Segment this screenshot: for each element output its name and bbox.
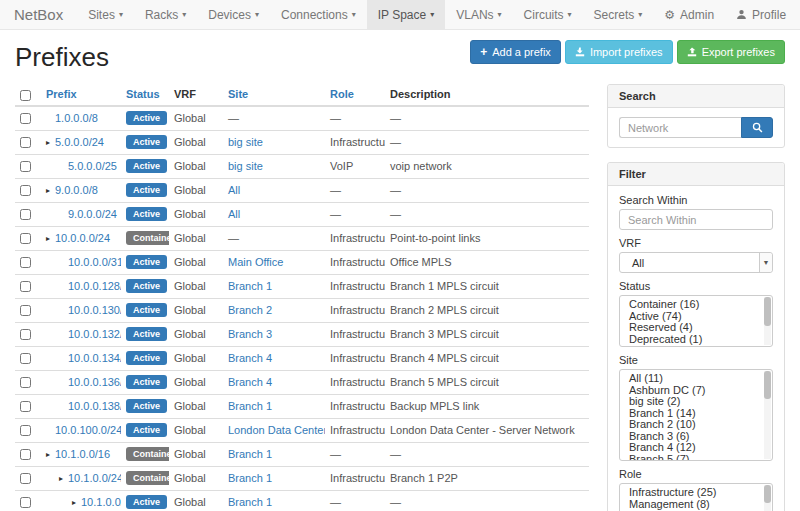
prefix-link[interactable]: 9.0.0.0/8 <box>55 184 98 196</box>
col-role[interactable]: Role <box>325 84 385 106</box>
role-filter-list[interactable]: Infrastructure (25)Management (8)Private… <box>619 483 773 511</box>
nav-item-vlans[interactable]: VLANs ▾ <box>445 0 512 29</box>
list-option[interactable]: Infrastructure (25) <box>620 487 772 499</box>
row-checkbox[interactable] <box>20 401 31 412</box>
row-checkbox[interactable] <box>20 425 31 436</box>
list-option[interactable]: Ashburn DC (7) <box>620 385 772 397</box>
col-prefix[interactable]: Prefix <box>41 84 121 106</box>
site-link[interactable]: Branch 1 <box>228 280 272 292</box>
site-link[interactable]: Branch 2 <box>228 304 272 316</box>
site-filter-list[interactable]: All (11)Ashburn DC (7)big site (2)Branch… <box>619 369 773 461</box>
site-link[interactable]: Branch 1 <box>228 400 272 412</box>
prefix-link[interactable]: 10.1.0.0/16 <box>55 448 110 460</box>
col-site[interactable]: Site <box>223 84 325 106</box>
site-link[interactable]: Branch 1 <box>228 448 272 460</box>
scrollbar-track[interactable] <box>764 485 771 511</box>
site-link[interactable]: All <box>228 208 240 220</box>
list-option[interactable]: Reserved (4) <box>620 322 772 334</box>
search-button[interactable] <box>741 117 773 138</box>
vrf-cell: Global <box>169 346 223 370</box>
prefix-link[interactable]: 5.0.0.0/25 <box>68 160 117 172</box>
list-option[interactable]: All (11) <box>620 373 772 385</box>
row-checkbox[interactable] <box>20 377 31 388</box>
list-option[interactable]: Container (16) <box>620 299 772 311</box>
prefix-link[interactable]: 10.1.0.0/25 <box>81 496 121 508</box>
search-within-input[interactable] <box>619 209 773 230</box>
list-option[interactable]: Management (8) <box>620 499 772 511</box>
site-link[interactable]: Branch 4 <box>228 352 272 364</box>
row-checkbox[interactable] <box>20 473 31 484</box>
indent-spacer <box>46 262 59 263</box>
search-input[interactable] <box>619 117 741 138</box>
status-filter-list[interactable]: Container (16)Active (74)Reserved (4)Dep… <box>619 295 773 347</box>
site-link[interactable]: big site <box>228 160 263 172</box>
row-checkbox[interactable] <box>20 209 31 220</box>
scrollbar-thumb[interactable] <box>764 371 771 399</box>
row-checkbox[interactable] <box>20 305 31 316</box>
import-prefixes-button[interactable]: Import prefixes <box>565 40 673 64</box>
prefix-link[interactable]: 1.0.0.0/8 <box>55 112 98 124</box>
prefix-link[interactable]: 10.0.0.0/31 <box>68 256 121 268</box>
site-link[interactable]: All <box>228 184 240 196</box>
site-link[interactable]: big site <box>228 136 263 148</box>
nav-item-racks[interactable]: Racks ▾ <box>134 0 197 29</box>
prefix-link[interactable]: 10.1.0.0/24 <box>68 472 121 484</box>
row-checkbox[interactable] <box>20 257 31 268</box>
row-checkbox[interactable] <box>20 329 31 340</box>
nav-profile[interactable]: Profile <box>725 0 797 29</box>
site-link[interactable]: Branch 1 <box>228 496 272 508</box>
prefix-link[interactable]: 10.0.0.138/31 <box>68 400 121 412</box>
scrollbar-track[interactable] <box>764 297 771 345</box>
list-option[interactable]: Active (74) <box>620 311 772 323</box>
prefix-link[interactable]: 10.0.0.134/31 <box>68 352 121 364</box>
list-option[interactable]: Branch 3 (6) <box>620 431 772 443</box>
prefix-link[interactable]: 10.0.0.0/24 <box>55 232 110 244</box>
nav-item-secrets[interactable]: Secrets ▾ <box>583 0 654 29</box>
list-option[interactable]: Branch 5 (7) <box>620 454 772 462</box>
site-link[interactable]: Branch 4 <box>228 376 272 388</box>
row-checkbox[interactable] <box>20 113 31 124</box>
nav-item-connections[interactable]: Connections ▾ <box>270 0 367 29</box>
vrf-select[interactable]: All ▼ <box>619 252 773 273</box>
add-prefix-button[interactable]: + Add a prefix <box>470 40 561 64</box>
nav-item-ip-space[interactable]: IP Space ▾ <box>367 0 446 29</box>
list-option[interactable]: Branch 4 (12) <box>620 442 772 454</box>
row-checkbox[interactable] <box>20 497 31 508</box>
site-link[interactable]: Main Office <box>228 256 283 268</box>
row-checkbox[interactable] <box>20 281 31 292</box>
list-option[interactable]: big site (2) <box>620 396 772 408</box>
import-prefixes-label: Import prefixes <box>590 46 663 58</box>
prefix-link[interactable]: 5.0.0.0/24 <box>55 136 104 148</box>
select-all-checkbox[interactable] <box>20 90 31 101</box>
row-checkbox[interactable] <box>20 353 31 364</box>
row-checkbox[interactable] <box>20 449 31 460</box>
row-checkbox[interactable] <box>20 137 31 148</box>
nav-item-sites[interactable]: Sites ▾ <box>77 0 134 29</box>
prefix-link[interactable]: 10.0.0.128/31 <box>68 280 121 292</box>
prefix-link[interactable]: 10.0.0.130/31 <box>68 304 121 316</box>
prefix-link[interactable]: 10.0.0.136/31 <box>68 376 121 388</box>
list-option[interactable]: Deprecated (1) <box>620 334 772 346</box>
prefix-link[interactable]: 10.0.100.0/24 <box>55 424 121 436</box>
row-checkbox[interactable] <box>20 161 31 172</box>
col-status[interactable]: Status <box>121 84 169 106</box>
scrollbar-track[interactable] <box>764 371 771 459</box>
prefix-link[interactable]: 10.0.0.132/31 <box>68 328 121 340</box>
nav-right: ⚙ Admin Profile Log out <box>653 0 800 29</box>
row-checkbox[interactable] <box>20 185 31 196</box>
scrollbar-thumb[interactable] <box>764 485 771 503</box>
prefix-link[interactable]: 9.0.0.0/24 <box>68 208 117 220</box>
list-option[interactable]: Branch 1 (14) <box>620 408 772 420</box>
row-checkbox[interactable] <box>20 233 31 244</box>
scrollbar-thumb[interactable] <box>764 297 771 326</box>
nav-item-circuits[interactable]: Circuits ▾ <box>513 0 583 29</box>
export-prefixes-button[interactable]: Export prefixes <box>677 40 785 64</box>
site-cell: Branch 1 <box>223 274 325 298</box>
site-link[interactable]: London Data Center <box>228 424 325 436</box>
nav-admin[interactable]: ⚙ Admin <box>653 0 725 29</box>
site-link[interactable]: Branch 3 <box>228 328 272 340</box>
list-option[interactable]: Branch 2 (10) <box>620 419 772 431</box>
brand[interactable]: NetBox <box>0 0 77 29</box>
site-link[interactable]: Branch 1 <box>228 472 272 484</box>
nav-item-devices[interactable]: Devices ▾ <box>197 0 270 29</box>
